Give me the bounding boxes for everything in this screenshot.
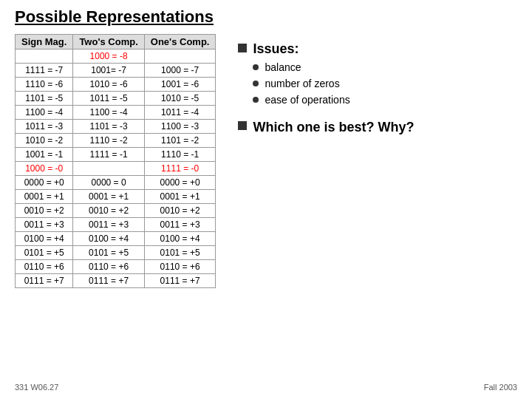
table-row-ones-5: 1100 = -3: [144, 120, 216, 134]
issues-content: Issues: balance number of zeros ease of …: [253, 41, 349, 106]
table-row-ones-12: 0011 = +3: [144, 218, 216, 232]
table-row-twos-2: 1010 = -6: [73, 78, 144, 92]
bullet-zeros: number of zeros: [253, 78, 349, 89]
table-row-ones-15: 0110 = +6: [144, 260, 216, 274]
bullet-balance-label: balance: [265, 61, 301, 73]
table-row-twos-13: 0100 = +4: [73, 232, 144, 246]
table-row-ones-1: 1000 = -7: [144, 64, 216, 78]
table-row-ones-13: 0100 = +4: [144, 232, 216, 246]
table-row-ones-7: 1110 = -1: [144, 148, 216, 162]
table-row-twos-11: 0010 = +2: [73, 204, 144, 218]
table-row-sign-13: 0100 = +4: [16, 232, 73, 246]
table-row-sign-5: 1011 = -3: [16, 120, 73, 134]
table-row-ones-11: 0010 = +2: [144, 204, 216, 218]
main-content: Sign Mag. Two's Comp. One's Comp. 1000 =…: [15, 34, 517, 378]
table-row-ones-16: 0111 = +7: [144, 274, 216, 288]
col-header-twos: Two's Comp.: [73, 35, 144, 50]
table-row-twos-15: 0110 = +6: [73, 260, 144, 274]
bullet-zeros-label: number of zeros: [265, 78, 339, 89]
bullet-ops-label: ease of operations: [265, 94, 349, 106]
footer-right: Fall 2003: [484, 383, 517, 392]
right-section: Issues: balance number of zeros ease of …: [231, 34, 517, 378]
table-row-sign-11: 0010 = +2: [16, 204, 73, 218]
table-row-twos-16: 0111 = +7: [73, 274, 144, 288]
circle-bullet-icon-2: [253, 81, 259, 86]
table-row-ones-6: 1101 = -2: [144, 134, 216, 148]
table-row-sign-2: 1110 = -6: [16, 78, 73, 92]
table-row-twos-5: 1101 = -3: [73, 120, 144, 134]
footer: 331 W06.27 Fall 2003: [15, 383, 517, 392]
circle-bullet-icon: [253, 64, 259, 70]
table-row-sign-0: [16, 50, 73, 64]
bullet-balance: balance: [253, 61, 349, 73]
table-row-twos-8: [73, 162, 144, 176]
table-row-twos-1: 1001= -7: [73, 64, 144, 78]
table-row-twos-3: 1011 = -5: [73, 92, 144, 106]
table-row-sign-14: 0101 = +5: [16, 246, 73, 260]
table-row-ones-3: 1010 = -5: [144, 92, 216, 106]
which-bullet-icon: [238, 121, 247, 130]
table-row-ones-0: [144, 50, 216, 64]
table-row-ones-14: 0101 = +5: [144, 246, 216, 260]
bullet-ops: ease of operations: [253, 94, 349, 106]
page: Possible Representations Sign Mag. Two's…: [0, 0, 532, 399]
table-row-sign-3: 1101 = -5: [16, 92, 73, 106]
issues-block: Issues: balance number of zeros ease of …: [238, 41, 517, 106]
table-row-twos-10: 0001 = +1: [73, 190, 144, 204]
table-section: Sign Mag. Two's Comp. One's Comp. 1000 =…: [15, 34, 216, 378]
table-row-sign-1: 1111 = -7: [16, 64, 73, 78]
table-row-sign-15: 0110 = +6: [16, 260, 73, 274]
representations-table: Sign Mag. Two's Comp. One's Comp. 1000 =…: [15, 34, 216, 288]
table-row-sign-9: 0000 = +0: [16, 176, 73, 190]
table-row-ones-8: 1111 = -0: [144, 162, 216, 176]
table-row-ones-10: 0001 = +1: [144, 190, 216, 204]
table-row-sign-7: 1001 = -1: [16, 148, 73, 162]
col-header-ones: One's Comp.: [144, 35, 216, 50]
table-row-twos-9: 0000 = 0: [73, 176, 144, 190]
table-row-twos-4: 1100 = -4: [73, 106, 144, 120]
table-row-sign-4: 1100 = -4: [16, 106, 73, 120]
issues-title: Issues:: [253, 41, 349, 57]
which-block: Which one is best? Why?: [238, 119, 517, 136]
footer-left: 331 W06.27: [15, 383, 58, 392]
table-row-sign-12: 0011 = +3: [16, 218, 73, 232]
table-row-ones-2: 1001 = -6: [144, 78, 216, 92]
table-row-sign-16: 0111 = +7: [16, 274, 73, 288]
table-row-twos-7: 1111 = -1: [73, 148, 144, 162]
table-row-sign-10: 0001 = +1: [16, 190, 73, 204]
table-row-sign-8: 1000 = -0: [16, 162, 73, 176]
circle-bullet-icon-3: [253, 97, 259, 103]
table-row-twos-6: 1110 = -2: [73, 134, 144, 148]
col-header-sign-mag: Sign Mag.: [16, 35, 73, 50]
issues-bullet-icon: [238, 44, 247, 52]
page-title: Possible Representations: [15, 7, 517, 27]
table-row-ones-4: 1011 = -4: [144, 106, 216, 120]
table-row-twos-0: 1000 = -8: [73, 50, 144, 64]
which-text: Which one is best? Why?: [253, 119, 414, 136]
table-row-sign-6: 1010 = -2: [16, 134, 73, 148]
table-row-ones-9: 0000 = +0: [144, 176, 216, 190]
table-row-twos-14: 0101 = +5: [73, 246, 144, 260]
table-row-twos-12: 0011 = +3: [73, 218, 144, 232]
